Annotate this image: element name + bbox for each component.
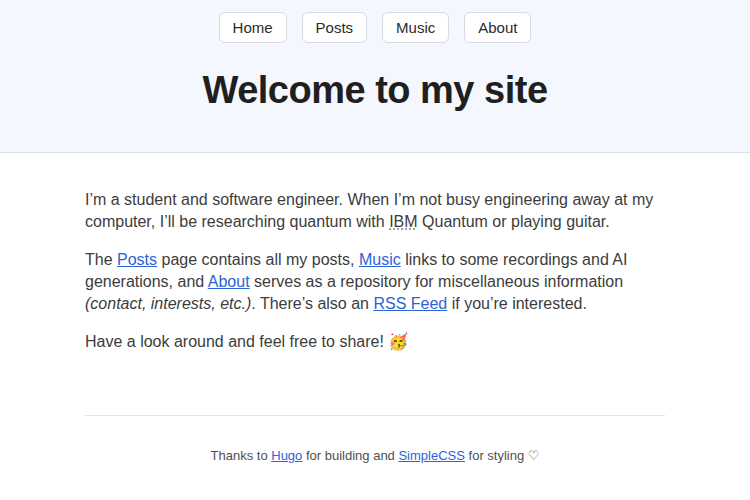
simplecss-link[interactable]: SimpleCSS — [398, 448, 464, 463]
nav-home-button[interactable]: Home — [219, 12, 287, 43]
nav-music-button[interactable]: Music — [382, 12, 449, 43]
page: Home Posts Music About Welcome to my sit… — [0, 0, 750, 500]
rss-feed-link[interactable]: RSS Feed — [373, 295, 447, 312]
ibm-abbreviation: IBM — [389, 213, 417, 230]
footer-text-2: for building and — [302, 448, 398, 463]
contact-interests-note: (contact, interests, etc.) — [85, 295, 251, 312]
pages-text-1: The — [85, 251, 117, 268]
about-link[interactable]: About — [208, 273, 250, 290]
site-header: Home Posts Music About Welcome to my sit… — [0, 0, 750, 153]
hugo-link[interactable]: Hugo — [271, 448, 302, 463]
music-link[interactable]: Music — [359, 251, 401, 268]
footer-divider — [85, 415, 665, 416]
nav-posts-button[interactable]: Posts — [302, 12, 368, 43]
pages-text-5: . There’s also an — [251, 295, 373, 312]
intro-text-end: Quantum or playing guitar. — [418, 213, 610, 230]
pages-text-2: page contains all my posts, — [157, 251, 359, 268]
pages-text-6: if you’re interested. — [447, 295, 587, 312]
posts-link[interactable]: Posts — [117, 251, 157, 268]
footer-text-3: for styling ♡ — [465, 448, 540, 463]
footer-text-1: Thanks to — [211, 448, 272, 463]
nav-about-button[interactable]: About — [464, 12, 531, 43]
main-nav: Home Posts Music About — [0, 12, 750, 43]
page-title: Welcome to my site — [0, 69, 750, 152]
main-content: I’m a student and software engineer. Whe… — [85, 153, 665, 416]
site-footer: Thanks to Hugo for building and SimpleCS… — [0, 448, 750, 497]
closing-paragraph: Have a look around and feel free to shar… — [85, 331, 665, 353]
pages-text-4: serves as a repository for miscellaneous… — [250, 273, 624, 290]
site-pages-paragraph: The Posts page contains all my posts, Mu… — [85, 249, 665, 315]
intro-paragraph: I’m a student and software engineer. Whe… — [85, 189, 665, 233]
